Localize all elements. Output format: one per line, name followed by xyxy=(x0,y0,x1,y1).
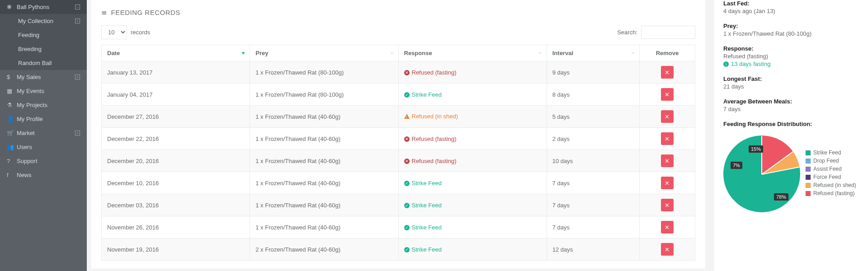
page-size-select[interactable]: 10 xyxy=(101,25,127,39)
remove-button[interactable]: ✕ xyxy=(661,221,674,234)
legend-item[interactable]: Strike Feed xyxy=(806,150,856,156)
last-fed-label: Last Fed: xyxy=(723,0,859,7)
remove-button[interactable]: ✕ xyxy=(661,177,674,189)
legend-swatch xyxy=(806,159,811,164)
check-circle-icon: ✓ xyxy=(404,225,410,230)
avg-value: 7 days xyxy=(723,106,859,112)
pie-label-strike: 78% xyxy=(774,193,788,201)
response-text: Strike Feed xyxy=(412,202,442,209)
cell-remove: ✕ xyxy=(639,172,695,194)
cell-date: December 10, 2016 xyxy=(102,172,250,194)
cell-prey: 1 x Frozen/Thawed Rat (80-100g) xyxy=(250,61,398,84)
remove-button[interactable]: ✕ xyxy=(661,132,674,145)
col-interval[interactable]: Interval xyxy=(547,45,639,61)
col-response[interactable]: Response xyxy=(398,45,547,61)
table-row: December 03, 20161 x Frozen/Thawed Rat (… xyxy=(102,194,695,216)
sidebar-item-support[interactable]: ?Support xyxy=(0,154,87,168)
main-content: ≣ FEEDING RECORDS 10 records Search: xyxy=(87,0,714,271)
flask-icon: ⚗ xyxy=(7,102,17,108)
table-row: January 04, 20171 x Frozen/Thawed Rat (8… xyxy=(102,84,695,106)
expand-icon[interactable]: + xyxy=(75,131,80,136)
prey-value: 1 x Frozen/Thawed Rat (80-100g) xyxy=(723,30,859,37)
legend-swatch xyxy=(806,167,811,172)
help-icon: ? xyxy=(7,158,17,164)
col-date[interactable]: Date xyxy=(102,45,250,61)
search-control: Search: xyxy=(617,26,695,39)
response-text: Strike Feed xyxy=(412,246,442,253)
col-prey[interactable]: Prey xyxy=(250,45,398,61)
cell-remove: ✕ xyxy=(639,238,695,261)
fasting-days-link[interactable]: i 13 days fasting xyxy=(723,61,770,67)
sidebar-item-my-collection[interactable]: My Collection+ xyxy=(0,14,87,28)
cell-prey: 1 x Frozen/Thawed Rat (40-60g) xyxy=(250,106,398,128)
expand-icon[interactable]: + xyxy=(75,75,80,79)
check-circle-icon: ✓ xyxy=(404,203,410,208)
remove-button[interactable]: ✕ xyxy=(661,154,674,167)
cell-remove: ✕ xyxy=(639,216,695,238)
response-value: Refused (fasting) xyxy=(723,53,859,60)
remove-button[interactable]: ✕ xyxy=(661,199,674,211)
prey-label: Prey: xyxy=(723,23,859,29)
legend-item[interactable]: Refused (in shed) xyxy=(806,182,856,188)
panel-title: ≣ FEEDING RECORDS xyxy=(101,8,695,16)
pie-label-fasting: 15% xyxy=(749,145,763,153)
collapse-icon[interactable]: − xyxy=(75,5,80,9)
cell-interval: 2 days xyxy=(547,128,639,150)
sidebar-item-breeding[interactable]: Breeding xyxy=(0,42,87,56)
cell-remove: ✕ xyxy=(639,194,695,216)
remove-button[interactable]: ✕ xyxy=(661,66,674,79)
expand-icon[interactable]: + xyxy=(75,19,80,23)
cell-date: December 22, 2016 xyxy=(102,128,250,150)
table-row: November 19, 20162 x Frozen/Thawed Rat (… xyxy=(102,238,695,261)
legend-label: Refused (fasting) xyxy=(813,190,854,196)
sidebar-item-label: Breeding xyxy=(18,46,80,52)
sidebar-item-label: My Events xyxy=(17,88,80,94)
sidebar-item-my-projects[interactable]: ⚗My Projects xyxy=(0,98,87,112)
sidebar-item-my-profile[interactable]: 👤My Profile xyxy=(0,112,87,126)
table-row: November 26, 20161 x Frozen/Thawed Rat (… xyxy=(102,216,695,238)
sidebar-item-label: Random Ball xyxy=(18,60,80,66)
table-row: December 20, 20161 x Frozen/Thawed Rat (… xyxy=(102,150,695,172)
sidebar-item-random-ball[interactable]: Random Ball xyxy=(0,56,87,70)
records-label: records xyxy=(131,29,150,36)
sidebar-item-feeding[interactable]: Feeding xyxy=(0,28,87,42)
sidebar-item-market[interactable]: 🛒Market+ xyxy=(0,126,87,140)
pie-label-shed: 7% xyxy=(731,162,742,169)
legend-item[interactable]: Refused (fasting) xyxy=(806,190,856,196)
sidebar-item-my-sales[interactable]: $My Sales+ xyxy=(0,70,87,84)
legend-item[interactable]: Drop Feed xyxy=(806,158,856,164)
sidebar-item-label: My Projects xyxy=(17,102,80,108)
sidebar-item-label: My Sales xyxy=(17,74,75,80)
chart-legend: Strike FeedDrop FeedAssist FeedForce Fee… xyxy=(806,150,856,198)
sidebar-item-label: News xyxy=(17,172,80,178)
sidebar-item-my-events[interactable]: ▦My Events xyxy=(0,84,87,98)
search-input[interactable] xyxy=(641,26,695,39)
legend-swatch xyxy=(806,191,811,196)
legend-item[interactable]: Assist Feed xyxy=(806,166,856,172)
times-circle-icon: ✕ xyxy=(404,159,410,164)
sidebar-item-users[interactable]: 👥Users xyxy=(0,140,87,154)
check-circle-icon: ✓ xyxy=(404,181,410,186)
sidebar-item-ball-pythons[interactable]: ❋Ball Pythons− xyxy=(0,0,87,14)
cell-prey: 1 x Frozen/Thawed Rat (40-60g) xyxy=(250,150,398,172)
legend-item[interactable]: Force Feed xyxy=(806,174,856,180)
legend-label: Refused (in shed) xyxy=(813,182,856,188)
distribution-chart: 15% 7% 78% Strike FeedDrop FeedAssist Fe… xyxy=(723,136,859,212)
remove-button[interactable]: ✕ xyxy=(661,243,674,256)
page-size-control: 10 records xyxy=(101,25,150,39)
users-icon: 👥 xyxy=(7,144,17,150)
legend-swatch xyxy=(806,175,811,180)
feeding-table: Date Prey Response Interval Remove Janua… xyxy=(101,45,695,261)
legend-swatch xyxy=(806,150,811,155)
cell-interval: 7 days xyxy=(547,216,639,238)
cell-date: November 26, 2016 xyxy=(102,216,250,238)
cell-date: November 19, 2016 xyxy=(102,238,250,261)
response-text: Strike Feed xyxy=(412,180,442,187)
remove-button[interactable]: ✕ xyxy=(661,88,674,101)
legend-label: Force Feed xyxy=(813,174,841,180)
cell-prey: 1 x Frozen/Thawed Rat (40-60g) xyxy=(250,172,398,194)
sidebar-item-news[interactable]: fNews xyxy=(0,168,87,182)
cell-response: ✓Strike Feed xyxy=(398,194,547,216)
remove-button[interactable]: ✕ xyxy=(661,110,674,123)
col-remove: Remove xyxy=(639,45,695,61)
